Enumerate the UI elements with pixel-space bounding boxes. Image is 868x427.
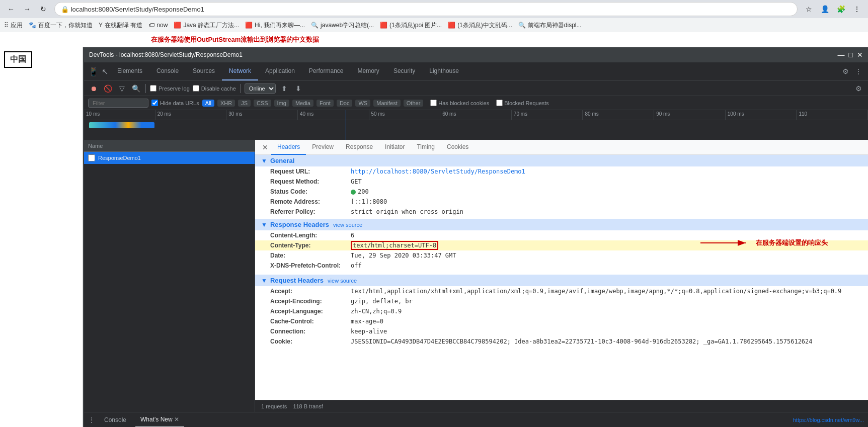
forward-button[interactable]: → [20,2,34,16]
tab-initiator[interactable]: Initiator [379,140,411,155]
response-headers-view-source[interactable]: view source [333,222,362,228]
settings-icon[interactable]: ⚙ [840,66,851,77]
network-settings-icon[interactable]: ⚙ [853,83,864,94]
timeline-cursor [346,110,346,140]
details-tabs-bar: ✕ Headers Preview Response Initiator Tim… [255,140,868,155]
request-headers-section-header[interactable]: ▼ Request Headers view source [255,275,868,286]
filter-other-btn[interactable]: Other [404,100,424,107]
filter-font-btn[interactable]: Font [317,100,334,107]
details-close-button[interactable]: ✕ [259,143,271,151]
response-annotation-text: 在服务器端设置的响应头 [756,238,828,247]
extension-button[interactable]: 🧩 [834,2,848,16]
general-request-url-row: Request URL: http://localhost:8080/Servl… [255,166,868,177]
refresh-button[interactable]: ↻ [36,2,50,16]
list-item[interactable]: ResponseDemo1 [84,152,255,164]
response-annotation-arrow [695,235,756,250]
china-text-box: 中国 [4,51,32,68]
filter-manifest-btn[interactable]: Manifest [373,100,401,107]
back-button[interactable]: ← [4,2,18,16]
cookie-row: Cookie: JSESSIONID=CA9493DB47D4E2E9BCCB8… [255,336,868,347]
more-options-icon[interactable]: ⋮ [853,66,864,77]
date-row: Date: Tue, 29 Sep 2020 03:33:47 GMT [255,250,868,261]
hide-data-urls-checkbox[interactable]: Hide data URLs [151,100,199,106]
tick-60: 60 ms [440,110,512,120]
bookmark-apps[interactable]: ⠿ 应用 [4,21,23,30]
bookmark-youdao[interactable]: Y 在线翻译 有道 [99,21,142,30]
filter-js-btn[interactable]: JS [238,100,251,107]
profile-button[interactable]: 👤 [818,2,832,16]
devtools-maximize-button[interactable]: □ [849,51,853,59]
star-button[interactable]: ☆ [802,2,816,16]
filter-css-btn[interactable]: CSS [254,100,271,107]
tick-90: 90 ms [654,110,726,120]
tab-security[interactable]: Security [386,62,422,80]
upload-icon[interactable]: ⬆ [279,83,290,94]
tab-console[interactable]: Console [149,62,186,80]
console-tab[interactable]: Console [99,412,131,428]
whats-new-close-icon[interactable]: ✕ [174,416,179,423]
tab-application[interactable]: Application [258,62,302,80]
bookmark-charset[interactable]: 🟥 (1条消息)中文乱码... [448,21,512,30]
download-icon[interactable]: ⬇ [293,83,304,94]
blocked-requests-checkbox[interactable]: Blocked Requests [496,100,549,106]
bookmark-java[interactable]: 🟥 Java 静态工厂方法... [174,21,239,30]
has-blocked-cookies-checkbox[interactable]: Has blocked cookies [430,100,489,106]
preserve-log-checkbox[interactable]: Preserve log [150,85,190,92]
filter-icon[interactable]: ▽ [116,83,127,94]
status-green-dot [351,190,356,195]
filter-doc-btn[interactable]: Doc [337,100,353,107]
filter-xhr-btn[interactable]: XHR [217,100,235,107]
tab-sources[interactable]: Sources [186,62,222,80]
tab-elements[interactable]: Elements [110,62,149,80]
details-content: ▼ General Request URL: http://localhost:… [255,155,868,400]
filter-media-btn[interactable]: Media [292,100,313,107]
general-section-header[interactable]: ▼ General [255,155,868,166]
tab-response[interactable]: Response [340,140,379,155]
tick-10: 10 ms [84,110,155,120]
bookmark-poi[interactable]: 🟥 (1条消息)poi 图片... [380,21,442,30]
menu-button[interactable]: ⋮ [850,2,864,16]
general-title: General [270,157,294,164]
general-remote-address-row: Remote Address: [::1]:8080 [255,197,868,207]
tab-memory[interactable]: Memory [351,62,386,80]
tab-performance[interactable]: Performance [302,62,351,80]
bookmark-now[interactable]: 🏷 now [148,22,168,29]
record-button[interactable]: ⏺ [88,83,99,94]
filter-input[interactable] [88,99,148,108]
tab-timing[interactable]: Timing [411,140,441,155]
tab-preview[interactable]: Preview [306,140,340,155]
bookmark-hi[interactable]: 🟥 Hi, 我们再来聊—... [245,21,305,30]
devtools-close-button[interactable]: ✕ [857,51,863,59]
filter-img-btn[interactable]: Img [274,100,289,107]
accept-row: Accept: text/html,application/xhtml+xml,… [255,286,868,296]
bookmark-javaweb[interactable]: 🔍 javaweb学习总结(... [311,21,374,30]
devtools-minimize-button[interactable]: — [838,51,845,59]
console-menu-icon[interactable]: ⋮ [88,416,95,424]
tab-lighthouse[interactable]: Lighthouse [422,62,466,80]
filter-ws-btn[interactable]: WS [355,100,370,107]
tab-headers[interactable]: Headers [271,140,306,155]
filter-all-btn[interactable]: All [202,100,214,107]
online-select[interactable]: Online [245,83,276,94]
devtools-device-mode-icon[interactable]: 📱 [88,66,99,77]
devtools-inspect-icon[interactable]: ↖ [99,66,110,77]
address-bar[interactable]: 🔒 localhost:8080/ServletStudy/ResponseDe… [54,2,798,16]
search-icon[interactable]: 🔍 [130,83,141,94]
connection-row: Connection: keep-alive [255,326,868,336]
general-status-row: Status Code: 200 [255,187,868,197]
bookmark-display[interactable]: 🔍 前端布局神器displ... [518,21,582,30]
request-headers-view-source[interactable]: view source [328,278,357,284]
tick-50: 50 ms [369,110,441,120]
tab-cookies[interactable]: Cookies [441,140,475,155]
response-headers-section-header[interactable]: ▼ Response Headers view source [255,219,868,230]
tab-network[interactable]: Network [222,62,258,80]
console-bar: ⋮ Console What's New ✕ https://blog.csdn… [84,412,868,427]
tick-110: 110 [797,110,868,120]
disable-cache-checkbox[interactable]: Disable cache [193,85,236,92]
bookmark-baidu[interactable]: 🐾 百度一下，你就知道 [29,21,93,30]
whats-new-tab[interactable]: What's New ✕ [135,412,184,428]
x-dns-row: X-DNS-Prefetch-Control: off [255,261,868,271]
clear-button[interactable]: 🚫 [102,83,113,94]
devtools-panel: DevTools - localhost:8080/ServletStudy/R… [83,47,868,427]
list-item-checkbox[interactable] [88,154,95,161]
